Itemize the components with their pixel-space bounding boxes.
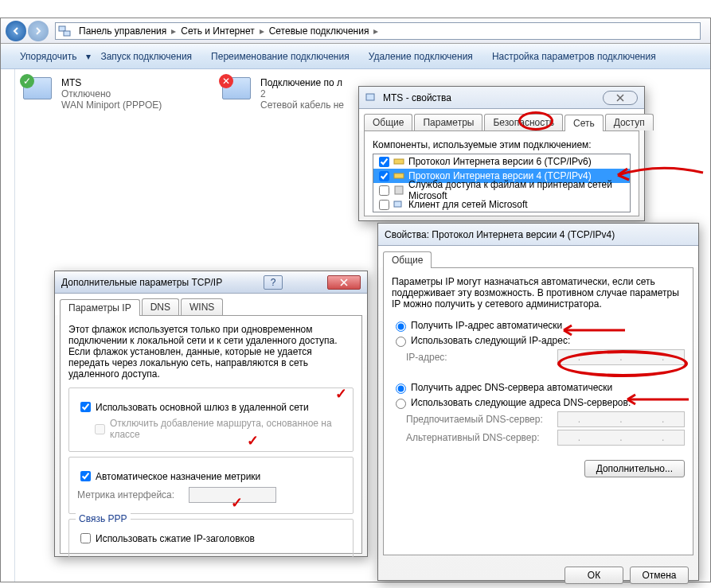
list-item-label: Протокол Интернета версии 6 (TCP/IPv6) xyxy=(408,156,592,167)
svg-rect-3 xyxy=(394,159,404,164)
radio-label: Использовать следующий IP-адрес: xyxy=(411,335,570,346)
status-badge-ok-icon: ✓ xyxy=(20,74,34,88)
ip-header-compression-checkbox[interactable]: Использовать сжатие IP-заголовков xyxy=(77,531,345,546)
list-item-label: Клиент для сетей Microsoft xyxy=(408,199,528,210)
dns-preferred-input: ... xyxy=(557,411,685,427)
components-list[interactable]: Протокол Интернета версии 6 (TCP/IPv6) П… xyxy=(373,154,631,212)
radio[interactable] xyxy=(396,337,406,347)
dialog-buttons: ОК Отмена xyxy=(378,560,698,588)
sidebar xyxy=(1,69,15,582)
window-title: Свойства: Протокол Интернета версии 4 (T… xyxy=(385,229,615,240)
connection-device: Сетевой кабель не xyxy=(260,99,344,111)
cancel-button[interactable]: Отмена xyxy=(630,567,689,584)
checkbox[interactable] xyxy=(379,185,389,196)
radio-ip-auto[interactable]: Получить IP-адрес автоматически xyxy=(392,319,685,332)
checkbox[interactable] xyxy=(379,171,389,181)
ip-address-input[interactable]: ... xyxy=(557,349,685,365)
connection-icon: ✕ xyxy=(222,77,256,111)
tab-body: Параметры IP могут назначаться автоматич… xyxy=(383,267,693,555)
tab-access[interactable]: Доступ xyxy=(605,114,654,130)
checkbox[interactable] xyxy=(80,402,91,412)
disable-class-route-checkbox: Отключить добавление маршрута, основанно… xyxy=(77,418,345,440)
gateway-group: Использовать основной шлюз в удаленной с… xyxy=(68,387,354,452)
status-badge-error-icon: ✕ xyxy=(219,74,233,88)
intro-text: Этот флажок используется только при одно… xyxy=(68,324,354,380)
tabs: Общие Параметры Безопасность Сеть Доступ xyxy=(359,109,644,130)
toolbar-organize[interactable]: Упорядочить xyxy=(10,48,86,65)
checkbox[interactable] xyxy=(80,471,91,481)
checkbox-label: Использовать основной шлюз в удаленной с… xyxy=(96,402,309,413)
field-label: IP-адрес: xyxy=(406,352,557,363)
toolbar: Упорядочить▾ Запуск подключения Переимен… xyxy=(1,44,710,69)
radio[interactable] xyxy=(396,399,406,409)
help-button[interactable]: ? xyxy=(264,275,283,290)
checkbox[interactable] xyxy=(80,533,91,543)
network-icon xyxy=(58,25,71,37)
breadcrumb-item[interactable]: Сеть и Интернет xyxy=(176,25,259,37)
checkbox-label: Использовать сжатие IP-заголовков xyxy=(96,533,255,544)
svg-rect-4 xyxy=(394,173,404,178)
checkbox-label: Отключить добавление маршрута, основанно… xyxy=(110,418,345,440)
radio[interactable] xyxy=(396,384,406,394)
svg-rect-1 xyxy=(64,31,70,36)
list-item[interactable]: Служба доступа к файлам и принтерам сете… xyxy=(373,183,630,197)
svg-rect-2 xyxy=(366,94,374,100)
radio-dns-auto[interactable]: Получить адрес DNS-сервера автоматически xyxy=(392,381,685,394)
breadcrumb-item[interactable]: Сетевые подключения xyxy=(264,25,374,37)
field-label: Метрика интерфейса: xyxy=(77,489,189,500)
radio-label: Получить адрес DNS-сервера автоматически xyxy=(411,382,612,393)
tab-general[interactable]: Общие xyxy=(383,251,432,268)
window-icon xyxy=(365,92,378,104)
tab-body: Компоненты, используемые этим подключени… xyxy=(364,130,639,216)
ip-address-row: IP-адрес: ... xyxy=(392,349,685,365)
svg-rect-5 xyxy=(395,186,403,194)
nav-forward-button[interactable] xyxy=(28,21,49,41)
tab-network[interactable]: Сеть xyxy=(565,115,604,131)
chevron-right-icon: ▸ xyxy=(373,25,378,37)
tab-wins[interactable]: WINS xyxy=(181,298,223,315)
protocol-icon xyxy=(393,156,405,167)
nav-back-button[interactable] xyxy=(6,21,26,41)
protocol-icon xyxy=(393,170,405,181)
advanced-button[interactable]: Дополнительно... xyxy=(584,460,685,477)
checkbox[interactable] xyxy=(379,157,389,167)
advanced-tcpip-dialog: Дополнительные параметры TCP/IP ? Параме… xyxy=(54,271,368,557)
toolbar-rename-connection[interactable]: Переименование подключения xyxy=(201,48,359,65)
breadcrumb-box[interactable]: Панель управления ▸ Сеть и Интернет ▸ Се… xyxy=(55,22,701,40)
toolbar-delete-connection[interactable]: Удаление подключения xyxy=(359,48,482,65)
tab-dns[interactable]: DNS xyxy=(142,298,179,315)
tab-ip-params[interactable]: Параметры IP xyxy=(60,299,140,316)
dns-alternate-row: Альтернативный DNS-сервер: ... xyxy=(392,430,685,446)
close-icon xyxy=(340,278,348,286)
titlebar: MTS - свойства xyxy=(359,87,644,109)
radio-label: Использовать следующие адреса DNS-сервер… xyxy=(411,397,631,408)
radio-label: Получить IP-адрес автоматически xyxy=(411,320,562,331)
interface-metric-input xyxy=(189,487,276,503)
checkbox xyxy=(95,424,105,434)
window-title: Дополнительные параметры TCP/IP xyxy=(61,277,222,288)
svg-rect-0 xyxy=(59,26,65,31)
radio[interactable] xyxy=(396,321,406,332)
components-label: Компоненты, используемые этим подключени… xyxy=(373,139,631,150)
radio-dns-manual[interactable]: Использовать следующие адреса DNS-сервер… xyxy=(392,396,685,409)
close-button[interactable] xyxy=(327,275,361,290)
radio-ip-manual[interactable]: Использовать следующий IP-адрес: xyxy=(392,334,685,347)
ok-button[interactable]: ОК xyxy=(565,567,623,584)
close-button[interactable] xyxy=(603,91,638,105)
breadcrumb-item[interactable]: Панель управления xyxy=(74,25,171,37)
tab-parameters[interactable]: Параметры xyxy=(414,114,482,130)
list-item[interactable]: Протокол Интернета версии 6 (TCP/IPv6) xyxy=(373,154,630,169)
toolbar-connection-settings[interactable]: Настройка параметров подключения xyxy=(482,48,666,65)
connection-device: WAN Miniport (PPPOE) xyxy=(61,99,162,111)
connection-name: Подключение по л xyxy=(260,77,344,88)
checkbox[interactable] xyxy=(379,200,389,210)
use-default-gateway-checkbox[interactable]: Использовать основной шлюз в удаленной с… xyxy=(77,399,345,415)
tabs: Общие xyxy=(378,246,698,267)
tabs: Параметры IP DNS WINS xyxy=(55,294,367,315)
tab-general[interactable]: Общие xyxy=(364,114,412,130)
tab-security[interactable]: Безопасность xyxy=(484,114,563,130)
svg-rect-6 xyxy=(394,201,401,207)
toolbar-start-connection[interactable]: Запуск подключения xyxy=(91,48,201,65)
auto-metric-checkbox[interactable]: Автоматическое назначение метрики xyxy=(77,469,345,484)
intro-text: Параметры IP могут назначаться автоматич… xyxy=(392,276,685,310)
